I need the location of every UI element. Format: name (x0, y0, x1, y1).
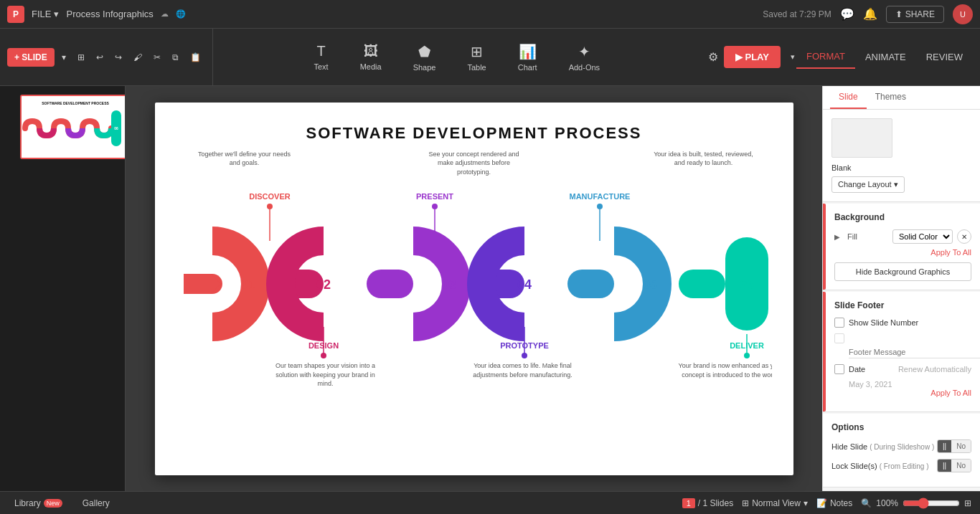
subtitle-1: Together we'll define your needs and goa… (194, 150, 295, 177)
play-button[interactable]: ▶ PLAY (724, 46, 781, 68)
apply-all-link[interactable]: Apply To All (834, 248, 971, 257)
footer-message-input[interactable] (849, 346, 980, 358)
layout-preview (831, 118, 892, 158)
date-row: Date Renew Automatically (834, 364, 971, 374)
cloud-icon: ☁ (161, 9, 169, 19)
slide-thumbnail[interactable]: SOFTWARE DEVELOPMENT PROCESS 01 02 03 04… (20, 95, 126, 159)
hide-slide-row: Hide Slide ( During Slideshow ) || No (831, 439, 971, 453)
settings-icon[interactable]: ⚙ (708, 50, 718, 64)
addons-icon: ✦ (578, 43, 590, 60)
chart-tool[interactable]: 📊 Chart (511, 37, 545, 77)
notes-button[interactable]: 📝 Notes (816, 498, 852, 508)
right-panel: Slide Themes Blank Change Layout ▾ Backg… (822, 86, 980, 491)
layout-section: Blank Change Layout ▾ (823, 110, 980, 202)
fill-label: Fill (847, 232, 888, 241)
layout-name: Blank (831, 163, 905, 172)
file-menu[interactable]: FILE ▾ (32, 9, 59, 19)
footer-title: Slide Footer (834, 300, 971, 310)
bottom-right: 1 / 1 Slides ⊞ Normal View ▾ 📝 Notes 🔍 1… (682, 498, 971, 509)
panel-tabs: Slide Themes (823, 86, 980, 110)
lock-slide-label: Lock Slide(s) ( From Editing ) (831, 462, 937, 470)
slide-canvas: SOFTWARE DEVELOPMENT PROCESS Together we… (155, 103, 793, 475)
add-slide-button[interactable]: + SLIDE (7, 48, 55, 67)
svg-text:PRESENT: PRESENT (416, 192, 453, 201)
text-tool[interactable]: T Text (306, 37, 335, 77)
options-title: Options (831, 422, 971, 432)
notifications-icon[interactable]: 🔔 (863, 7, 877, 21)
grid-view-btn[interactable]: ⊞ (73, 49, 89, 65)
app-logo: P (7, 6, 24, 23)
subtitle-3: Your idea is built, tested, reviewed, an… (654, 150, 754, 177)
bottom-bar: Library New Gallery 1 / 1 Slides ⊞ Norma… (0, 491, 980, 514)
share-button[interactable]: ⬆ SHARE (886, 6, 944, 23)
footer-apply-all-link[interactable]: Apply To All (834, 389, 971, 397)
zoom-area: 🔍 100% ⊞ (861, 498, 971, 509)
top-bar: P FILE ▾ Process Infographics ☁ 🌐 Saved … (0, 0, 980, 29)
redo-btn[interactable]: ↪ (110, 49, 126, 65)
view-chevron-icon: ▾ (804, 498, 808, 508)
date-checkbox[interactable] (834, 364, 844, 374)
tab-themes[interactable]: Themes (867, 86, 915, 109)
slide-title: SOFTWARE DEVELOPMENT PROCESS (184, 124, 765, 143)
comments-icon[interactable]: 💬 (840, 7, 854, 21)
fill-select[interactable]: Solid Color Gradient Image (892, 229, 953, 244)
zoom-level: 100% (876, 498, 898, 508)
lock-slide-toggle-ii[interactable]: || (938, 460, 951, 472)
avatar: U (953, 4, 973, 24)
toolbar-center: T Text 🖼 Media ⬟ Shape ⊞ Table 📊 Chart ✦… (213, 29, 701, 85)
options-section: Options Hide Slide ( During Slideshow ) … (823, 414, 980, 487)
paste-btn[interactable]: 📋 (186, 49, 205, 65)
svg-text:04: 04 (517, 277, 531, 292)
zoom-out-icon[interactable]: ⊞ (964, 498, 971, 508)
library-tab[interactable]: Library New (9, 495, 68, 511)
reset-fill-button[interactable]: ✕ (957, 229, 971, 244)
svg-text:05: 05 (88, 126, 92, 130)
svg-point-16 (597, 204, 603, 209)
lock-slide-toggle-no[interactable]: No (951, 460, 971, 472)
hide-slide-toggle-no[interactable]: No (951, 440, 971, 452)
undo-btn[interactable]: ↩ (92, 49, 108, 65)
main-area: 1 SOFTWARE DEVELOPMENT PROCESS 01 0 (0, 86, 980, 491)
svg-point-12 (267, 204, 273, 209)
format-paint-btn[interactable]: 🖌 (129, 49, 146, 65)
tab-animate[interactable]: ANIMATE (855, 46, 916, 68)
svg-text:03: 03 (59, 126, 63, 130)
zoom-in-icon[interactable]: 🔍 (861, 498, 872, 508)
footer-message-checkbox[interactable] (834, 333, 844, 343)
date-value: May 3, 2021 (849, 380, 971, 389)
change-layout-button[interactable]: Change Layout ▾ (831, 176, 905, 193)
hide-slide-toggle-ii[interactable]: || (938, 440, 951, 452)
tab-review[interactable]: REVIEW (916, 46, 973, 68)
svg-text:MANUFACTURE: MANUFACTURE (569, 192, 630, 201)
fill-row: ▶ Fill Solid Color Gradient Image ✕ (834, 229, 971, 244)
saved-status: Saved at 7:29 PM (763, 9, 831, 19)
page-info: 1 / 1 Slides (682, 498, 733, 508)
show-slide-number-checkbox[interactable] (834, 318, 844, 328)
view-select[interactable]: ⊞ Normal View ▾ (742, 498, 808, 508)
zoom-slider[interactable] (903, 498, 960, 509)
tab-format[interactable]: FORMAT (796, 45, 855, 69)
addons-tool[interactable]: ✦ Add-Ons (562, 37, 607, 77)
date-label: Date (849, 365, 865, 373)
svg-text:04: 04 (73, 126, 77, 130)
media-tool[interactable]: 🖼 Media (353, 37, 389, 77)
footer-message-row (834, 333, 971, 358)
copy-btn[interactable]: ⧉ (168, 49, 183, 65)
tab-slide[interactable]: Slide (830, 86, 867, 109)
slide-panel: 1 SOFTWARE DEVELOPMENT PROCESS 01 0 (0, 86, 126, 491)
cut-btn[interactable]: ✂ (149, 49, 165, 65)
hide-bg-button[interactable]: Hide Background Graphics (834, 262, 971, 281)
gallery-tab[interactable]: Gallery (77, 495, 116, 511)
infographic-svg: DISCOVER PRESENT MANUFACTURE (184, 184, 772, 399)
table-tool[interactable]: ⊞ Table (460, 37, 493, 77)
toolbar-right: ⚙ ▶ PLAY ▾ FORMAT ANIMATE REVIEW (701, 29, 980, 85)
shape-tool[interactable]: ⬟ Shape (406, 37, 443, 77)
date-auto-label: Renew Automatically (898, 365, 971, 373)
show-slide-number-label: Show Slide Number (849, 318, 918, 327)
document-title: Process Infographics (66, 9, 153, 19)
svg-text:06: 06 (114, 126, 118, 130)
slide-options-btn[interactable]: ▾ (57, 49, 70, 65)
play-dropdown-arrow[interactable]: ▾ (789, 52, 796, 62)
fill-expand-icon[interactable]: ▶ (834, 233, 840, 241)
text-icon: T (316, 43, 325, 60)
